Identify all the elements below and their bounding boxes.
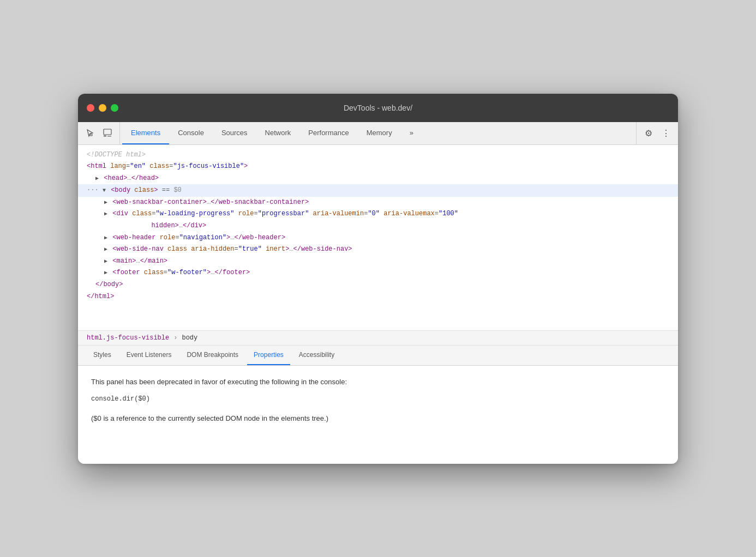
tab-dom-breakpoints[interactable]: DOM Breakpoints [180,346,245,365]
dom-line-main[interactable]: ▶ <main>…</main> [78,256,678,268]
tab-event-listeners[interactable]: Event Listeners [120,346,178,365]
dom-line-close-html[interactable]: </html> [78,291,678,303]
svg-rect-0 [90,134,92,136]
minimize-button[interactable] [99,104,106,112]
more-options-icon[interactable]: ⋮ [658,125,674,141]
tab-accessibility[interactable]: Accessibility [292,346,341,365]
tab-styles[interactable]: Styles [87,346,118,365]
code-block: console.dir($0) [91,394,665,404]
dom-line-snackbar[interactable]: ▶ <web-snackbar-container>…</web-snackba… [78,197,678,209]
dom-line-footer[interactable]: ▶ <footer class="w-footer">…</footer> [78,267,678,279]
dom-line-doctype[interactable]: <!DOCTYPE html> [78,149,678,161]
bottom-tab-bar: Styles Event Listeners DOM Breakpoints P… [78,346,678,366]
tab-console[interactable]: Console [169,122,213,144]
tab-properties[interactable]: Properties [247,346,290,365]
tab-memory[interactable]: Memory [358,122,401,144]
devtools-window: DevTools - web.dev/ Elements [78,94,678,464]
properties-panel: This panel has been deprecated in favor … [78,366,678,464]
maximize-button[interactable] [111,104,118,112]
dom-line-body[interactable]: ··· ▼ <body class> == $0 [78,184,678,197]
dom-line-head[interactable]: ▶ <head>…</head> [78,173,678,185]
svg-rect-1 [104,129,111,135]
dom-line-close-body[interactable]: </body> [78,279,678,291]
dom-tree-panel: <!DOCTYPE html> <html lang="en" class="j… [78,145,678,330]
window-title: DevTools - web.dev/ [344,104,412,112]
dom-line-header[interactable]: ▶ <web-header role="navigation">…</web-h… [78,232,678,244]
tab-sources[interactable]: Sources [213,122,256,144]
dom-line-sidenav[interactable]: ▶ <web-side-nav class aria-hidden="true"… [78,244,678,256]
close-button[interactable] [87,104,94,112]
main-tabs: Elements Console Sources Network Perform… [122,122,636,144]
dom-line-loading[interactable]: ▶ <div class="w-loading-progress" role="… [78,208,678,232]
tab-bar-tools [82,122,120,144]
tab-bar-actions: ⚙ ⋮ [636,122,674,144]
tab-network[interactable]: Network [256,122,300,144]
breadcrumb-body[interactable]: body [182,334,197,342]
tab-performance[interactable]: Performance [299,122,357,144]
cursor-icon[interactable] [82,125,98,141]
breadcrumb-html[interactable]: html.js-focus-visible [87,334,169,342]
inspect-icon[interactable] [100,125,115,141]
deprecation-text: This panel has been deprecated in favor … [91,377,665,388]
tab-more[interactable]: » [401,122,422,144]
dom-line-html[interactable]: <html lang="en" class="js-focus-visible"… [78,161,678,173]
traffic-lights [87,104,118,112]
tab-bar: Elements Console Sources Network Perform… [78,122,678,145]
breadcrumb-bar: html.js-focus-visible › body [78,330,678,346]
reference-text: ($0 is a reference to the currently sele… [91,413,665,425]
breadcrumb-separator: › [173,334,177,342]
settings-icon[interactable]: ⚙ [641,125,656,141]
tab-elements[interactable]: Elements [122,122,169,144]
title-bar: DevTools - web.dev/ [78,94,678,122]
